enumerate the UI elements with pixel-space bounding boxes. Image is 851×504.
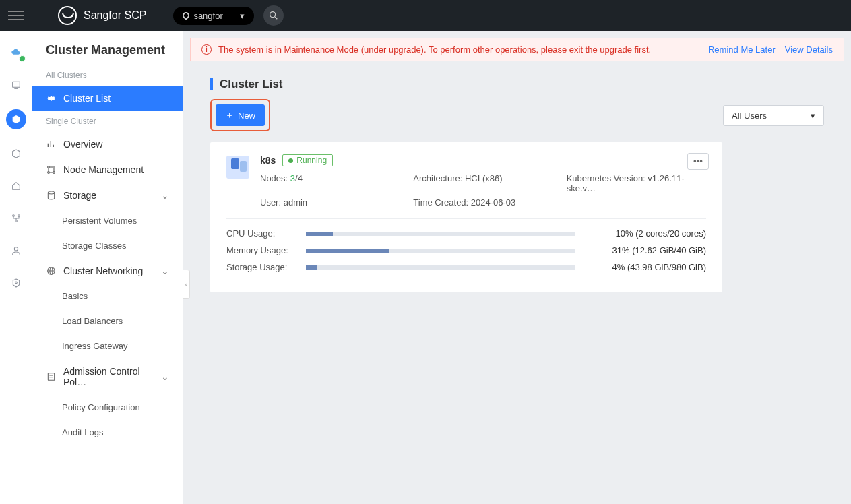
org-name: sangfor xyxy=(193,11,222,21)
sidebar-item-pv[interactable]: Persistent Volumes xyxy=(32,208,183,233)
svg-marker-10 xyxy=(13,279,19,287)
sidebar-item-label: Policy Configuration xyxy=(62,402,140,412)
chevron-down-icon: ▾ xyxy=(240,11,245,21)
sidebar-item-sc[interactable]: Storage Classes xyxy=(32,233,183,258)
svg-point-9 xyxy=(14,247,18,251)
sidebar-item-audit[interactable]: Audit Logs xyxy=(32,420,183,445)
top-bar: Sangfor SCP sangfor ▾ xyxy=(0,0,851,31)
storage-usage-row: Storage Usage: 4% (43.98 GiB/980 GiB) xyxy=(226,262,706,272)
rail-branch-icon[interactable] xyxy=(8,210,24,226)
sidebar-item-overview[interactable]: Overview xyxy=(32,131,183,157)
rail-hex-icon[interactable] xyxy=(8,146,24,162)
sidebar-item-basics[interactable]: Basics xyxy=(32,284,183,309)
memory-value: 31% (12.62 GiB/40 GiB) xyxy=(585,245,706,255)
search-icon xyxy=(268,10,279,21)
divider xyxy=(226,218,706,219)
menu-toggle-icon[interactable] xyxy=(8,7,24,24)
cluster-icon xyxy=(226,156,249,179)
sidebar-item-cluster-list[interactable]: Cluster List xyxy=(32,86,183,111)
toolbar: ＋ New All Users ▾ xyxy=(183,99,851,142)
svg-marker-5 xyxy=(12,150,20,158)
status-text: Running xyxy=(296,156,327,165)
search-button[interactable] xyxy=(263,5,284,26)
rail-cluster-icon[interactable] xyxy=(6,109,26,129)
new-button[interactable]: ＋ New xyxy=(216,104,265,126)
svg-rect-27 xyxy=(48,373,54,381)
memory-label: Memory Usage: xyxy=(226,245,296,255)
logo-icon xyxy=(58,6,77,25)
maintenance-banner: i The system is in Maintenance Mode (und… xyxy=(190,38,844,61)
sidebar-item-storage[interactable]: Storage ⌄ xyxy=(32,183,183,208)
svg-point-8 xyxy=(15,220,17,222)
sidebar-item-label: Basics xyxy=(62,291,88,301)
sidebar: Cluster Management All Clusters Cluster … xyxy=(32,31,183,504)
cluster-name[interactable]: k8s xyxy=(260,155,276,166)
memory-usage-row: Memory Usage: 31% (12.62 GiB/40 GiB) xyxy=(226,245,706,255)
rail-shield-icon[interactable] xyxy=(8,275,24,291)
page-header: Cluster List xyxy=(183,61,851,99)
sidebar-item-lb[interactable]: Load Balancers xyxy=(32,309,183,334)
cpu-value: 10% (2 cores/20 cores) xyxy=(585,228,706,239)
plus-icon: ＋ xyxy=(225,109,234,121)
sidebar-item-ingress[interactable]: Ingress Gateway xyxy=(32,334,183,358)
sidebar-item-networking[interactable]: Cluster Networking ⌄ xyxy=(32,258,183,284)
sidebar-item-label: Cluster Networking xyxy=(63,265,143,276)
sidebar-item-label: Overview xyxy=(63,139,102,150)
sidebar-item-label: Persistent Volumes xyxy=(62,216,137,226)
memory-bar-fill xyxy=(306,249,389,253)
new-button-highlight: ＋ New xyxy=(210,99,270,131)
cluster-card: ••• k8s Running Nodes: 3/4 Architecture:… xyxy=(210,142,722,292)
svg-point-0 xyxy=(270,12,276,18)
icon-rail xyxy=(0,31,32,504)
svg-rect-2 xyxy=(12,82,20,87)
cpu-usage-row: CPU Usage: 10% (2 cores/20 cores) xyxy=(226,228,706,239)
rail-cloud-icon[interactable] xyxy=(8,44,24,61)
sidebar-item-label: Storage xyxy=(63,190,96,201)
svg-point-6 xyxy=(12,215,14,217)
banner-message: The system is in Maintenance Mode (under… xyxy=(218,44,651,55)
sidebar-item-label: Cluster List xyxy=(63,93,111,104)
storage-bar-fill xyxy=(306,265,317,270)
meta-arch: Architecture: HCI (x86) xyxy=(413,173,553,193)
user-filter-select[interactable]: All Users ▾ xyxy=(723,105,824,126)
sidebar-section-single: Single Cluster xyxy=(32,111,183,131)
meta-nodes: Nodes: 3/4 xyxy=(260,173,400,193)
meta-k8s-version: Kubernetes Version: v1.26.11-ske.v… xyxy=(567,173,706,193)
database-icon xyxy=(46,190,57,201)
chevron-down-icon: ⌄ xyxy=(161,265,169,276)
view-details-link[interactable]: View Details xyxy=(785,44,833,55)
status-badge: Running xyxy=(282,154,333,166)
remind-later-link[interactable]: Remind Me Later xyxy=(708,44,776,55)
cpu-label: CPU Usage: xyxy=(226,228,296,239)
sidebar-item-label: Ingress Gateway xyxy=(62,341,128,351)
sidebar-item-node-mgmt[interactable]: Node Management xyxy=(32,157,183,183)
meta-created: Time Created: 2024-06-03 xyxy=(413,197,553,208)
content-area: i The system is in Maintenance Mode (und… xyxy=(183,31,851,504)
brand: Sangfor SCP xyxy=(58,6,146,25)
sidebar-item-label: Admission Control Pol… xyxy=(63,366,154,387)
status-dot-icon xyxy=(288,158,293,163)
sidebar-item-label: Node Management xyxy=(63,164,144,175)
svg-point-7 xyxy=(18,215,20,217)
more-actions-button[interactable]: ••• xyxy=(687,153,709,170)
rail-monitor-icon[interactable] xyxy=(8,77,24,93)
cpu-bar xyxy=(306,232,575,236)
svg-line-1 xyxy=(275,17,277,19)
svg-point-11 xyxy=(15,282,17,284)
sidebar-title: Cluster Management xyxy=(32,31,183,65)
sidebar-collapse-handle[interactable]: ‹ xyxy=(183,270,190,299)
rail-home-icon[interactable] xyxy=(8,178,24,194)
sidebar-item-label: Load Balancers xyxy=(62,316,123,326)
svg-point-18 xyxy=(53,172,55,174)
sidebar-item-label: Audit Logs xyxy=(62,427,103,437)
brand-text: Sangfor SCP xyxy=(84,9,146,22)
new-button-label: New xyxy=(238,111,255,121)
org-selector[interactable]: sangfor ▾ xyxy=(173,7,254,25)
sidebar-item-policy[interactable]: Policy Configuration xyxy=(32,395,183,420)
rail-user-icon[interactable] xyxy=(8,243,24,259)
svg-marker-4 xyxy=(12,115,20,123)
sidebar-item-acp[interactable]: Admission Control Pol… ⌄ xyxy=(32,358,183,395)
sidebar-item-label: Storage Classes xyxy=(62,241,126,251)
storage-label: Storage Usage: xyxy=(226,262,296,272)
page-title: Cluster List xyxy=(220,77,283,91)
